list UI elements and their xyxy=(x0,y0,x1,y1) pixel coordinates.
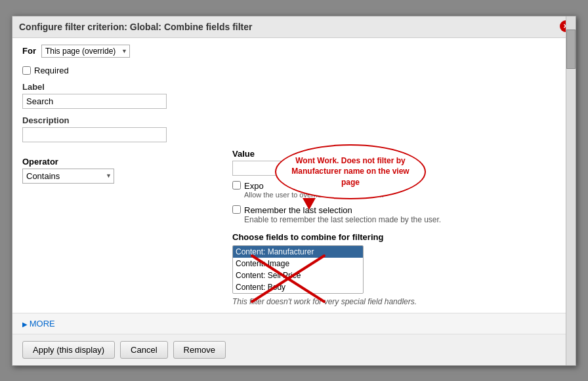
more-section[interactable]: MORE xyxy=(12,313,576,334)
remember-row: Remember the last selection Enable to re… xyxy=(232,205,566,224)
option-manufacturer[interactable]: Content: Manufacturer xyxy=(233,246,363,258)
choose-fields-label: Choose fields to combine for filtering xyxy=(232,232,566,242)
value-section: Value xyxy=(232,149,566,176)
operator-label: Operator xyxy=(22,157,219,167)
option-body[interactable]: Content: Body xyxy=(233,281,363,293)
expose-row: Expo Allow the user to override the filt… xyxy=(232,181,566,199)
expose-checkbox[interactable] xyxy=(232,181,241,190)
left-column: Operator Contains Equals Starts with End… xyxy=(22,149,219,306)
for-row: For This page (override) xyxy=(22,45,566,58)
cancel-button[interactable]: Cancel xyxy=(120,341,167,359)
fields-list[interactable]: Content: Manufacturer Content: Image Con… xyxy=(232,245,364,294)
option-image[interactable]: Content: Image xyxy=(233,258,363,270)
label-input[interactable] xyxy=(22,94,167,109)
fields-note: This filter doesn't work for very specia… xyxy=(232,297,566,306)
configure-filter-dialog: Configure filter criterion: Global: Comb… xyxy=(12,16,576,366)
dialog-body: For This page (override) Required Label … xyxy=(12,38,576,313)
for-select[interactable]: This page (override) xyxy=(41,45,130,58)
value-input[interactable] xyxy=(232,161,285,176)
choose-fields-section: Choose fields to combine for filtering C… xyxy=(232,232,566,306)
remember-text-block: Remember the last selection Enable to re… xyxy=(244,205,441,224)
scrollbar[interactable] xyxy=(566,16,576,365)
expose-description: Allow the user to override the filter op… xyxy=(244,191,384,199)
operator-section: Operator Contains Equals Starts with End… xyxy=(22,157,219,184)
main-content: Operator Contains Equals Starts with End… xyxy=(22,149,566,306)
operator-select-wrapper[interactable]: Contains Equals Starts with Ends with xyxy=(22,169,114,184)
remember-description: Enable to remember the last selection ma… xyxy=(244,215,441,224)
label-section: Label xyxy=(22,82,566,109)
value-label: Value xyxy=(232,149,566,159)
apply-button[interactable]: Apply (this display) xyxy=(22,341,115,359)
required-checkbox[interactable] xyxy=(22,66,31,75)
remove-button[interactable]: Remove xyxy=(173,341,226,359)
description-section: Description xyxy=(22,115,566,142)
option-sell-price[interactable]: Content: Sell Price xyxy=(233,270,363,281)
description-field-label: Description xyxy=(22,115,566,125)
expose-label: Expo xyxy=(244,181,264,191)
operator-select[interactable]: Contains Equals Starts with Ends with xyxy=(22,169,114,184)
for-label: For xyxy=(22,46,36,56)
required-label: Required xyxy=(34,66,69,75)
right-column: Value Expo Allow the user to override th… xyxy=(232,149,566,306)
description-input[interactable] xyxy=(22,127,167,142)
more-label: MORE xyxy=(30,319,55,329)
for-select-wrapper[interactable]: This page (override) xyxy=(41,45,130,58)
label-field-label: Label xyxy=(22,82,566,92)
dialog-title: Configure filter criterion: Global: Comb… xyxy=(12,16,576,38)
remember-label: Remember the last selection xyxy=(244,205,352,215)
dialog-footer: Apply (this display) Cancel Remove xyxy=(12,334,576,365)
expose-text: Expo Allow the user to override the filt… xyxy=(244,181,384,199)
scrollbar-thumb[interactable] xyxy=(566,30,576,69)
remember-checkbox[interactable] xyxy=(232,205,241,214)
required-row: Required xyxy=(22,66,566,75)
title-text: Configure filter criterion: Global: Comb… xyxy=(19,22,252,32)
